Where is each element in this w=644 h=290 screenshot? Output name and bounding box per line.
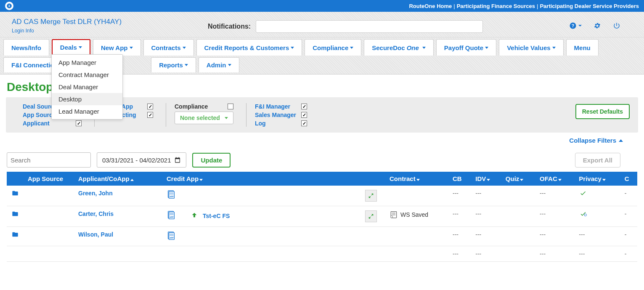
privacy-cell: [575, 206, 620, 227]
col-contract[interactable]: Contract: [385, 172, 448, 186]
app-document-icon[interactable]: APP: [167, 210, 176, 221]
chevron-down-icon: [225, 117, 228, 119]
dropdown-desktop[interactable]: Desktop: [52, 93, 122, 105]
gear-icon[interactable]: [594, 22, 601, 29]
filter-app-source-label: App Source: [23, 112, 56, 118]
chevron-down-icon: [578, 25, 582, 27]
table-wrap: App Source Applicant/CoApp Credit App Co…: [0, 172, 644, 262]
chevron-down-icon: [485, 47, 488, 49]
checkbox-credit-app[interactable]: [147, 104, 153, 109]
folder-icon[interactable]: [11, 210, 19, 219]
update-button[interactable]: Update: [192, 153, 231, 168]
deals-dropdown: App Manager Contract Manager Deal Manage…: [51, 54, 123, 120]
export-all-button[interactable]: Export All: [575, 153, 620, 168]
idv-cell: ---: [475, 210, 481, 217]
checkbox-contracting[interactable]: [147, 112, 153, 118]
filter-compliance-label: Compliance: [175, 103, 208, 110]
col-cb[interactable]: CB: [448, 172, 471, 186]
nav-row-1: News/Info Deals New App Contracts Credit…: [0, 37, 644, 56]
checkbox-compliance[interactable]: [228, 104, 233, 109]
sort-icon: [520, 179, 523, 181]
sort-asc-icon: [130, 179, 134, 181]
tab-payoff-quote[interactable]: Payoff Quote: [436, 39, 496, 56]
dropdown-deal-manager[interactable]: Deal Manager: [52, 81, 122, 93]
login-info-link[interactable]: Login Info: [12, 28, 122, 34]
tab-deals[interactable]: Deals: [52, 39, 90, 56]
sort-icon: [558, 179, 562, 181]
chevron-down-icon: [79, 46, 82, 48]
link-routeone-home[interactable]: RouteOne Home: [409, 3, 452, 9]
compliance-select[interactable]: None selected: [175, 112, 233, 124]
col-applicant[interactable]: Applicant/CoApp: [74, 172, 162, 186]
applicant-link[interactable]: Wilson, Paul: [78, 231, 113, 238]
credit-app-text[interactable]: Tst-eC FS: [203, 213, 230, 219]
chevron-down-icon: [422, 47, 426, 49]
dealer-name: AD CAS Merge Test DLR (YH4AY): [12, 18, 122, 26]
tab-new-app[interactable]: New App: [93, 39, 141, 56]
col-ofac[interactable]: OFAC: [535, 172, 575, 186]
svg-point-16: [391, 216, 393, 218]
dropdown-app-manager[interactable]: App Manager: [52, 56, 122, 69]
tab-compliance[interactable]: Compliance: [305, 39, 361, 56]
folder-icon[interactable]: [11, 190, 19, 198]
col-c[interactable]: C: [620, 172, 637, 186]
ofac-cell: ---: [540, 190, 546, 197]
filter-applicant-label: Applicant: [23, 120, 50, 127]
chevron-down-icon: [185, 64, 188, 66]
check-sync-icon: [579, 210, 588, 219]
c-cell: -: [625, 231, 627, 238]
privacy-cell: [575, 186, 620, 206]
checkbox-applicant[interactable]: [76, 120, 82, 126]
ws-document-icon[interactable]: [390, 213, 398, 220]
tab-securedocone[interactable]: SecureDocOne: [364, 39, 434, 56]
col-credit-app[interactable]: Credit App: [162, 172, 385, 186]
reset-defaults-button[interactable]: Reset Defaults: [575, 104, 630, 119]
tab-admin[interactable]: Admin: [199, 57, 239, 72]
date-range-input[interactable]: 03/31/2021 - 04/02/2021: [97, 152, 186, 168]
col-idv[interactable]: IDV: [471, 172, 501, 186]
sort-icon: [199, 179, 203, 181]
tab-contracts[interactable]: Contracts: [143, 39, 194, 56]
applicant-link[interactable]: Green, John: [78, 190, 113, 197]
power-icon[interactable]: [613, 22, 620, 29]
logo-icon: [5, 2, 13, 10]
notifications-box[interactable]: [256, 20, 483, 33]
search-input[interactable]: [11, 157, 90, 164]
folder-icon[interactable]: [11, 231, 19, 239]
expand-icon[interactable]: [365, 190, 377, 202]
app-document-icon[interactable]: APP: [167, 231, 176, 242]
link-participating-dealer-service-providers[interactable]: Participating Dealer Service Providers: [540, 3, 639, 9]
applicant-link[interactable]: Carter, Chris: [78, 210, 114, 217]
collapse-filters-toggle[interactable]: Collapse Filters: [0, 137, 623, 144]
tab-credit-reports[interactable]: Credit Reports & Customers: [196, 39, 302, 56]
help-icon[interactable]: ?: [569, 22, 582, 29]
app-document-icon[interactable]: APP: [167, 190, 176, 200]
checkbox-log[interactable]: [301, 120, 307, 126]
cb-cell: ---: [453, 190, 458, 197]
col-privacy[interactable]: Privacy: [575, 172, 620, 186]
chevron-down-icon: [291, 47, 294, 49]
tab-menu[interactable]: Menu: [566, 39, 599, 56]
sort-icon: [487, 179, 490, 181]
search-box[interactable]: [7, 152, 91, 168]
checkbox-sales-manager[interactable]: [301, 112, 307, 118]
c-cell: -: [625, 210, 627, 217]
c-cell: -: [625, 190, 627, 197]
checkbox-fi-manager[interactable]: [301, 104, 307, 109]
chevron-down-icon: [552, 47, 556, 49]
expand-icon[interactable]: [365, 210, 377, 222]
table-row: Carter, ChrisAPPTst-eC FSWS Saved-------…: [7, 206, 637, 227]
arrow-up-icon: [191, 212, 198, 220]
svg-text:APP: APP: [170, 216, 173, 218]
chevron-down-icon: [350, 47, 353, 49]
tab-reports[interactable]: Reports: [151, 57, 196, 72]
tab-vehicle-values[interactable]: Vehicle Values: [499, 39, 563, 56]
dropdown-contract-manager[interactable]: Contract Manager: [52, 69, 122, 81]
deals-table: App Source Applicant/CoApp Credit App Co…: [7, 172, 637, 262]
col-quiz[interactable]: Quiz: [501, 172, 535, 186]
tab-news-info[interactable]: News/Info: [3, 39, 49, 56]
link-participating-finance-sources[interactable]: Participating Finance Sources: [457, 3, 535, 9]
col-app-source[interactable]: App Source: [24, 172, 74, 186]
dropdown-lead-manager[interactable]: Lead Manager: [52, 105, 122, 117]
ofac-cell: ---: [540, 231, 546, 238]
